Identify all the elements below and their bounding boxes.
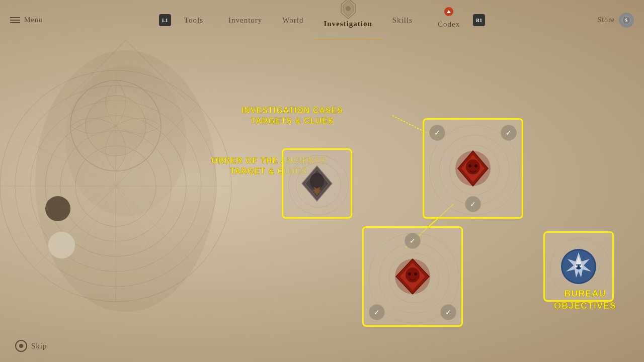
card-inv-ring-inner	[449, 145, 500, 195]
skip-button[interactable]: Skip	[15, 340, 47, 352]
card-bot-ring-inner	[389, 253, 439, 303]
card-order-ancients[interactable]	[282, 148, 352, 219]
check-btn-top-right[interactable]: ✓	[501, 125, 517, 141]
svg-text:$: $	[625, 18, 628, 23]
codex-badge	[444, 7, 453, 16]
svg-point-21	[346, 6, 351, 11]
store-button[interactable]: $	[619, 13, 634, 28]
check-btn-bot-br[interactable]: ✓	[440, 304, 456, 320]
check-btn-bot-top[interactable]: ✓	[405, 233, 421, 249]
nav-item-world[interactable]: World	[272, 0, 313, 40]
check-btn-bot-bl[interactable]: ✓	[369, 304, 385, 320]
nav-item-codex[interactable]: Codex	[428, 0, 470, 40]
card-ring-inner	[296, 162, 341, 208]
annotation-investigation-cases: Investigation Cases Targets & Clues	[242, 106, 343, 127]
check-btn-top-left[interactable]: ✓	[429, 125, 445, 141]
nav-bar: L1 Tools Inventory World Investigation S…	[154, 0, 490, 40]
main-content: Investigation Cases Targets & Clues Orde…	[0, 40, 644, 362]
menu-button[interactable]: Menu	[10, 16, 43, 24]
nav-item-investigation[interactable]: Investigation	[313, 0, 382, 40]
check-btn-bottom[interactable]: ✓	[465, 196, 481, 212]
r1-button[interactable]: R1	[473, 14, 485, 26]
nav-item-tools[interactable]: Tools	[174, 0, 213, 40]
menu-label: Menu	[24, 16, 43, 24]
card-bottom-target[interactable]: ✓ ✓ ✓	[362, 226, 463, 327]
hamburger-icon	[10, 17, 20, 23]
nav-item-skills[interactable]: Skills	[382, 0, 423, 40]
navigation-header: Menu L1 Tools Inventory World Investigat…	[0, 0, 644, 40]
investigation-nav-icon	[339, 0, 357, 20]
card-bottom-inner: ✓ ✓ ✓	[364, 228, 461, 325]
skip-label: Skip	[31, 342, 47, 350]
store-section: Store $	[597, 13, 634, 28]
card-ancients-inner	[283, 150, 351, 217]
annotation-bureau: Bureau Objectives	[554, 288, 616, 312]
l1-button[interactable]: L1	[159, 14, 171, 26]
skip-circle-icon	[15, 340, 27, 352]
nav-tools-group: L1 Tools	[154, 0, 218, 40]
nav-codex-group: Codex R1	[423, 0, 490, 40]
nav-item-inventory[interactable]: Inventory	[218, 0, 272, 40]
card-investigation-inner: ✓ ✓ ✓	[424, 120, 522, 217]
card-investigation-main[interactable]: ✓ ✓ ✓	[423, 118, 523, 219]
